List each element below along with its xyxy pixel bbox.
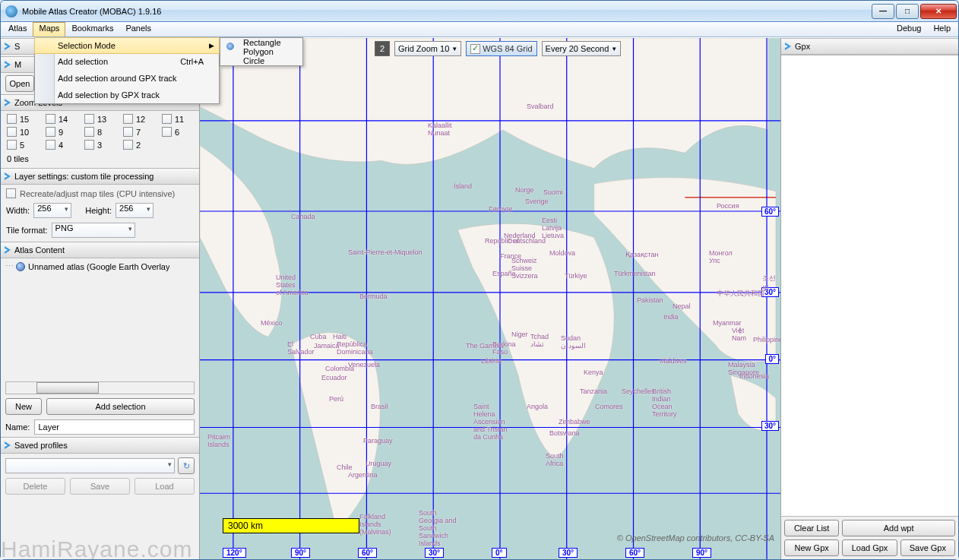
lon-label: 90°: [291, 548, 310, 558]
section-title: Atlas Content: [14, 245, 65, 255]
expand-icon: [5, 61, 11, 68]
zoom-checkbox-9[interactable]: [46, 127, 55, 137]
wgs84-grid-toggle[interactable]: ✓ WGS 84 Grid: [466, 41, 536, 56]
expand-icon: [5, 99, 11, 106]
menu-item-label: Add selection: [58, 57, 108, 66]
zoom-checkbox-2[interactable]: [123, 140, 133, 150]
section-header-gpx[interactable]: Gpx: [781, 38, 958, 55]
submenu-item-label: Circle: [243, 56, 264, 65]
menu-item-label: Add selection by GPX track: [58, 90, 160, 100]
zoom-checkbox-12[interactable]: [123, 114, 133, 124]
new-button[interactable]: New: [5, 398, 42, 415]
save-gpx-button[interactable]: Save Gpx: [900, 539, 955, 556]
zoom-checkbox-6[interactable]: [162, 127, 172, 137]
lon-label: 120°: [223, 548, 246, 558]
zoom-levels-grid: 15 14 13 12 11 10 9 8 7 6 5 4 3 2: [1, 111, 199, 153]
map-top-toolbar: 2 Grid Zoom 10▼ ✓ WGS 84 Grid Every 20 S…: [375, 41, 621, 56]
tile-format-label: Tile format:: [6, 226, 48, 235]
profiles-combo[interactable]: [5, 458, 175, 473]
expand-icon: [5, 246, 11, 254]
menu-item-selection-mode[interactable]: Selection Mode ▶: [34, 37, 220, 54]
refresh-profiles-button[interactable]: ↻: [178, 457, 195, 474]
submenu-item-circle[interactable]: Circle: [220, 56, 302, 65]
add-selection-button[interactable]: Add selection: [46, 398, 195, 415]
scale-text: 3000 km: [228, 520, 263, 531]
section-title: Gpx: [795, 42, 810, 51]
window-title: Mobile Atlas Creator (MOBAC) 1.9.16: [22, 7, 870, 16]
expand-icon: [5, 172, 11, 180]
section-header-atlas-content[interactable]: Atlas Content: [1, 242, 199, 258]
section-header-layer-settings[interactable]: Layer settings: custom tile processing: [1, 168, 199, 185]
recreate-label: Recreate/adjust map tiles (CPU intensive…: [20, 189, 175, 198]
wgs84-checkbox[interactable]: ✓: [470, 44, 480, 54]
gpx-list[interactable]: [781, 55, 958, 517]
expand-icon: [5, 43, 11, 50]
submenu-arrow-icon: ▶: [209, 42, 214, 49]
lat-label: 30°: [761, 421, 779, 431]
add-wpt-button[interactable]: Add wpt: [842, 520, 955, 536]
menu-item-add-selection-gpx-by[interactable]: Add selection by GPX track: [35, 87, 219, 103]
zoom-checkbox-7[interactable]: [123, 127, 133, 137]
left-panel: S M Open Zoom Levels 15 14 13 12 11 10: [1, 38, 200, 559]
map-canvas: [200, 38, 780, 559]
map-attribution: © OpenStreetMap contributors, CC-BY-SA: [617, 533, 774, 543]
load-profile-button[interactable]: Load: [135, 478, 195, 495]
lat-label: 0°: [765, 354, 779, 364]
load-gpx-button[interactable]: Load Gpx: [842, 539, 897, 556]
menu-panels[interactable]: Panels: [119, 22, 157, 36]
zoom-checkbox-11[interactable]: [162, 114, 172, 124]
lon-label: 30°: [559, 548, 578, 558]
expand-icon: [5, 441, 11, 449]
menu-item-add-selection[interactable]: Add selection Ctrl+A: [35, 53, 219, 70]
maximize-button[interactable]: □: [896, 4, 919, 19]
maps-menu-popup: Selection Mode ▶ Add selection Ctrl+A Ad…: [34, 37, 220, 104]
height-combo[interactable]: 256: [116, 203, 154, 218]
app-icon: [5, 5, 17, 17]
zoom-number-box: 2: [375, 41, 390, 56]
atlas-root-label: Unnamed atlas (Google Earth Overlay: [28, 262, 169, 271]
open-button-fragment[interactable]: Open: [5, 75, 34, 92]
zoom-checkbox-8[interactable]: [84, 127, 94, 137]
recreate-checkbox[interactable]: [6, 188, 16, 198]
zoom-checkbox-13[interactable]: [84, 114, 94, 124]
atlas-tree[interactable]: ⋯ Unnamed atlas (Google Earth Overlay: [1, 258, 199, 380]
tile-count-label: 0 tiles: [1, 153, 199, 168]
atlas-tree-hscrollbar[interactable]: [5, 381, 195, 394]
lat-label: 60°: [761, 207, 779, 217]
radio-selected-icon: [226, 43, 234, 50]
new-gpx-button[interactable]: New Gpx: [784, 539, 839, 556]
section-header-saved-profiles[interactable]: Saved profiles: [1, 437, 199, 454]
name-input[interactable]: [34, 419, 195, 435]
zoom-checkbox-5[interactable]: [7, 140, 17, 150]
menu-help[interactable]: Help: [927, 22, 957, 36]
expand-icon: [785, 43, 791, 50]
submenu-item-label: Polygon: [243, 47, 274, 56]
grid-zoom-dropdown[interactable]: Grid Zoom 10▼: [394, 41, 461, 56]
zoom-checkbox-10[interactable]: [7, 127, 17, 137]
close-button[interactable]: ✕: [920, 4, 957, 19]
map-viewport[interactable]: 60° 30° 0° 30° 120° 90° 60° 30° 0° 30° 6…: [200, 38, 780, 559]
submenu-item-label: Rectangle: [243, 38, 281, 47]
zoom-checkbox-15[interactable]: [7, 114, 17, 124]
right-panel: Gpx Clear List Add wpt New Gpx Load Gpx …: [780, 38, 958, 559]
lon-label: 30°: [425, 548, 444, 558]
grid-interval-dropdown[interactable]: Every 20 Second▼: [542, 41, 622, 56]
zoom-checkbox-14[interactable]: [46, 114, 55, 124]
delete-profile-button[interactable]: Delete: [5, 478, 65, 495]
clear-list-button[interactable]: Clear List: [784, 520, 839, 536]
minimize-button[interactable]: —: [872, 4, 894, 19]
refresh-icon: ↻: [183, 461, 190, 471]
menu-bookmarks[interactable]: Bookmarks: [65, 22, 119, 36]
tree-connector-icon: ⋯: [5, 261, 13, 271]
save-profile-button[interactable]: Save: [70, 478, 130, 495]
menu-debug[interactable]: Debug: [891, 22, 927, 36]
scale-bar: 3000 km: [223, 518, 359, 533]
menu-atlas[interactable]: Atlas: [2, 22, 33, 36]
tile-format-combo[interactable]: PNG: [52, 223, 135, 238]
submenu-item-rectangle[interactable]: Rectangle: [220, 38, 302, 47]
width-combo[interactable]: 256: [33, 203, 71, 218]
zoom-checkbox-3[interactable]: [84, 140, 94, 150]
menu-maps[interactable]: Maps: [33, 22, 65, 36]
zoom-checkbox-4[interactable]: [46, 140, 55, 150]
menu-item-add-selection-gpx-around[interactable]: Add selection around GPX track: [35, 70, 219, 87]
